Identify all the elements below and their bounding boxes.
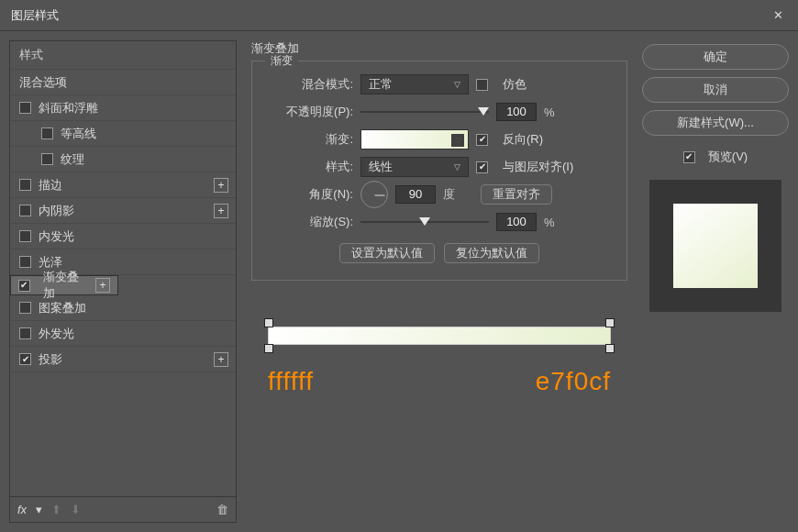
style-label: 纹理	[61, 151, 84, 168]
blend-mode-select[interactable]: 正常 ▽	[360, 74, 469, 94]
color-stop-left[interactable]	[264, 344, 273, 353]
opacity-stop-left[interactable]	[264, 318, 273, 327]
opacity-label: 不透明度(P):	[265, 104, 353, 120]
blend-mode-label: 混合模式:	[265, 76, 353, 93]
chevron-down-icon[interactable]: ▽	[451, 134, 464, 147]
preview-label: 预览(V)	[708, 149, 748, 165]
chevron-down-icon: ▽	[454, 162, 460, 172]
preview-box	[649, 180, 781, 312]
style-item-8[interactable]: 图案叠加	[10, 295, 236, 321]
style-item-2[interactable]: 纹理	[10, 147, 236, 172]
cancel-button[interactable]: 取消	[642, 77, 789, 103]
style-checkbox[interactable]	[19, 205, 31, 216]
reset-align-button[interactable]: 重置对齐	[481, 184, 552, 205]
new-style-button[interactable]: 新建样式(W)...	[642, 110, 789, 136]
styles-footer: fx ▾ ⬆ ⬇ 🗑	[9, 497, 237, 523]
style-label: 样式:	[265, 159, 353, 175]
make-default-button[interactable]: 设置为默认值	[339, 243, 435, 263]
style-checkbox[interactable]	[18, 280, 30, 292]
styles-header: 样式	[10, 41, 236, 70]
gradient-label: 渐变:	[265, 131, 353, 148]
window-title: 图层样式	[11, 7, 59, 24]
title-bar: 图层样式 ✕	[0, 0, 798, 31]
hex-right: e7f0cf	[536, 367, 611, 396]
chevron-down-icon: ▽	[454, 80, 460, 89]
plus-icon[interactable]: +	[214, 204, 228, 218]
gradient-editor: ffffff e7f0cf	[251, 327, 627, 396]
plus-icon[interactable]: +	[214, 178, 228, 193]
align-label: 与图层对齐(I)	[503, 159, 573, 175]
style-checkbox[interactable]	[19, 256, 31, 268]
preview-swatch	[673, 204, 758, 288]
style-checkbox[interactable]	[19, 302, 31, 314]
style-label: 内阴影	[39, 203, 74, 219]
color-stop-right[interactable]	[605, 344, 615, 353]
close-button[interactable]: ✕	[758, 0, 798, 31]
style-checkbox[interactable]	[19, 102, 31, 114]
blending-options[interactable]: 混合选项	[10, 70, 236, 95]
opacity-value[interactable]: 100	[496, 103, 537, 121]
style-label: 图案叠加	[39, 300, 86, 316]
scale-value[interactable]: 100	[496, 213, 537, 231]
style-item-7[interactable]: 渐变叠加+	[10, 275, 118, 295]
gradient-swatch[interactable]: ▽	[360, 129, 469, 150]
style-label: 内发光	[39, 228, 74, 245]
plus-icon[interactable]: +	[95, 278, 110, 293]
style-item-3[interactable]: 描边+	[10, 172, 236, 198]
style-label: 等高线	[61, 126, 96, 142]
style-checkbox[interactable]	[19, 179, 31, 191]
style-checkbox[interactable]	[19, 327, 31, 339]
arrow-up-icon[interactable]: ⬆	[51, 503, 61, 516]
style-checkbox[interactable]	[19, 353, 31, 365]
options-panel: 渐变叠加 渐变 混合模式: 正常 ▽ 仿色 不透明度(P): 100 % 渐变:	[246, 40, 633, 523]
opacity-stop-right[interactable]	[605, 318, 615, 327]
reset-default-button[interactable]: 复位为默认值	[444, 243, 539, 263]
style-select[interactable]: 线性 ▽	[360, 157, 469, 177]
reverse-checkbox[interactable]	[476, 134, 488, 146]
dither-checkbox[interactable]	[476, 79, 488, 91]
angle-label: 角度(N):	[265, 186, 353, 203]
style-item-9[interactable]: 外发光	[10, 321, 236, 347]
align-checkbox[interactable]	[476, 161, 488, 173]
reverse-label: 反向(R)	[503, 131, 543, 148]
scale-label: 缩放(S):	[265, 214, 353, 230]
close-icon: ✕	[773, 8, 783, 22]
angle-value[interactable]: 90	[395, 185, 436, 204]
trash-icon[interactable]: 🗑	[216, 503, 228, 516]
style-item-0[interactable]: 斜面和浮雕	[10, 95, 236, 121]
opacity-slider[interactable]	[360, 105, 489, 118]
style-label: 投影	[39, 351, 62, 368]
style-item-10[interactable]: 投影+	[10, 347, 236, 372]
styles-panel: 样式 混合选项 斜面和浮雕等高线纹理描边+内阴影+内发光光泽渐变叠加+图案叠加外…	[9, 40, 237, 523]
action-panel: 确定 取消 新建样式(W)... 预览(V)	[642, 40, 789, 523]
style-label: 斜面和浮雕	[39, 100, 98, 116]
style-item-5[interactable]: 内发光	[10, 224, 236, 249]
gradient-bar[interactable]	[268, 327, 611, 345]
style-checkbox[interactable]	[41, 153, 53, 165]
style-checkbox[interactable]	[19, 230, 31, 242]
group-title: 渐变叠加	[251, 40, 627, 57]
fx-icon[interactable]: fx	[17, 503, 27, 516]
style-item-4[interactable]: 内阴影+	[10, 198, 236, 224]
arrow-down-icon[interactable]: ⬇	[71, 503, 81, 516]
scale-slider[interactable]	[360, 216, 489, 228]
ok-button[interactable]: 确定	[642, 44, 789, 70]
preview-checkbox[interactable]	[683, 151, 695, 163]
plus-icon[interactable]: +	[214, 352, 228, 367]
dither-label: 仿色	[503, 76, 526, 93]
style-label: 光泽	[39, 254, 62, 271]
style-item-1[interactable]: 等高线	[10, 121, 236, 147]
style-label: 描边	[39, 177, 62, 194]
angle-dial[interactable]	[360, 181, 388, 208]
style-checkbox[interactable]	[41, 127, 53, 139]
fieldset-legend: 渐变	[265, 53, 298, 69]
style-label: 外发光	[39, 326, 74, 342]
hex-left: ffffff	[268, 367, 314, 396]
gradient-fieldset: 渐变 混合模式: 正常 ▽ 仿色 不透明度(P): 100 % 渐变: ▽	[251, 61, 627, 281]
chevron-down-icon[interactable]: ▾	[36, 503, 42, 516]
